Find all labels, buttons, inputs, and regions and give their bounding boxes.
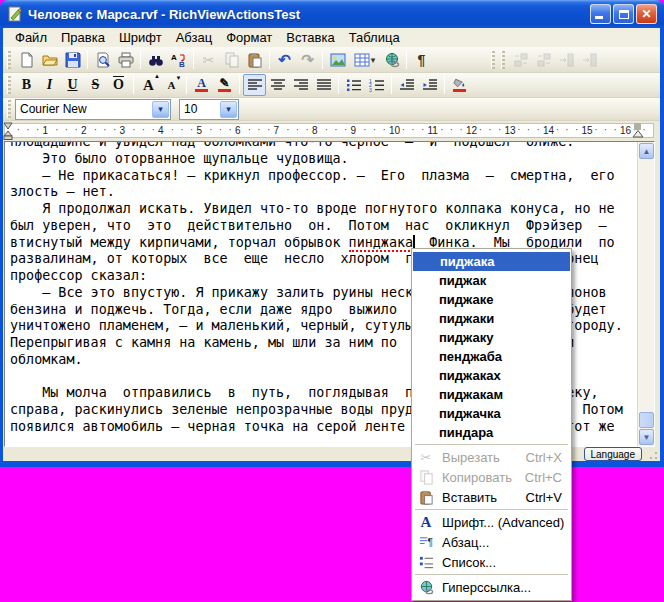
font-name-combo[interactable]: Courier New ▾	[15, 99, 171, 120]
title-bar[interactable]: Человек с Марса.rvf - RichViewActionsTes…	[0, 0, 664, 28]
align-right-button[interactable]	[289, 74, 312, 96]
menu-Файл[interactable]: Файл	[8, 29, 54, 46]
toolbar-grip[interactable]	[501, 51, 505, 69]
table-op-button-4[interactable]	[578, 49, 601, 71]
bold-button[interactable]: B	[15, 74, 38, 96]
table-op-button-3[interactable]	[555, 49, 578, 71]
font-size-combo[interactable]: 10 ▾	[179, 99, 239, 120]
show-formatting-button[interactable]: ¶	[410, 49, 433, 71]
new-document-button[interactable]	[15, 49, 38, 71]
replace-button[interactable]: AB	[167, 49, 190, 71]
menu-item-paragraph-dialog[interactable]: ¶Абзац...	[412, 532, 571, 552]
cut-button[interactable]: ✂	[197, 49, 220, 71]
paste-button[interactable]	[243, 49, 266, 71]
menu-item-hyperlink-dialog[interactable]: Гиперссылка...	[412, 577, 571, 597]
suggestion-пиджаку[interactable]: пиджаку	[412, 328, 571, 347]
find-button[interactable]	[144, 49, 167, 71]
align-center-button[interactable]	[266, 74, 289, 96]
toolbar-grip[interactable]	[7, 76, 11, 94]
suggestion-пиджак[interactable]: пиджак	[412, 271, 571, 290]
ruler-number: 2	[81, 125, 87, 136]
italic-icon: I	[47, 77, 52, 93]
menu-Шрифт[interactable]: Шрифт	[112, 29, 169, 46]
toolbar-grip[interactable]	[491, 51, 495, 69]
numbered-list-button[interactable]: 123	[365, 74, 388, 96]
pilcrow-icon: ¶	[418, 52, 426, 68]
grow-font-button[interactable]: A	[137, 74, 160, 96]
align-justify-button[interactable]	[312, 74, 335, 96]
ruler[interactable]: 1···2···3···4···5···6···7···8···9···10··…	[3, 121, 660, 141]
insert-hyperlink-button[interactable]	[380, 49, 403, 71]
menu-Формат[interactable]: Формат	[219, 29, 279, 46]
menu-item-copy[interactable]: КопироватьCtrl+C	[412, 467, 571, 487]
shrink-font-button[interactable]: A	[160, 74, 183, 96]
redo-button[interactable]: ↷	[296, 49, 319, 71]
align-left-button[interactable]	[243, 74, 266, 96]
separator	[269, 51, 270, 69]
suggestion-пиндара[interactable]: пиндара	[412, 423, 571, 442]
copy-button[interactable]	[220, 49, 243, 71]
svg-text:¶: ¶	[427, 537, 433, 548]
toolbar-grip[interactable]	[7, 51, 11, 69]
scroll-up-button[interactable]: ▲	[639, 143, 654, 159]
menu-item-font-dialog[interactable]: AШрифт... (Advanced)	[412, 512, 571, 532]
print-preview-button[interactable]	[91, 49, 114, 71]
spellcheck-context-menu: пиджакапиджакпиджакепиджакипиджакупенджа…	[411, 248, 572, 601]
menu-item-paste[interactable]: ВставитьCtrl+V	[412, 487, 571, 507]
menu-item-cut[interactable]: ✂ВырезатьCtrl+X	[412, 447, 571, 467]
menu-item-label: Шрифт... (Advanced)	[442, 515, 564, 530]
font-color-button[interactable]: A	[190, 74, 213, 96]
underline-button[interactable]: U	[61, 74, 84, 96]
scrollbar-thumb[interactable]	[639, 412, 654, 428]
vertical-scrollbar[interactable]: ▲ ▼	[637, 142, 654, 446]
arrow-up-icon: ▲	[643, 147, 651, 156]
align-justify-icon	[316, 77, 332, 93]
strikethrough-icon: S	[92, 77, 100, 93]
fill-color-button[interactable]	[448, 74, 471, 96]
open-button[interactable]	[38, 49, 61, 71]
highlight-pencil-icon: ✎	[218, 78, 231, 92]
overline-button[interactable]: O	[107, 74, 130, 96]
strikethrough-button[interactable]: S	[84, 74, 107, 96]
table-op-button-2[interactable]	[532, 49, 555, 71]
suggestion-пиджаке[interactable]: пиджаке	[412, 290, 571, 309]
print-button[interactable]	[114, 49, 137, 71]
ruler-number: 11	[428, 125, 438, 136]
close-button[interactable]: ✕	[636, 4, 657, 24]
menu-Таблица[interactable]: Таблица	[342, 29, 407, 46]
menu-item-list-dialog[interactable]: Список...	[412, 552, 571, 572]
suggestion-пиджачка[interactable]: пиджачка	[412, 404, 571, 423]
toolbar-grip[interactable]	[7, 100, 11, 118]
insert-image-button[interactable]	[326, 49, 349, 71]
font-color-icon: A	[195, 78, 208, 92]
chevron-down-icon[interactable]: ▾	[152, 101, 169, 118]
menu-Вставка[interactable]: Вставка	[279, 29, 341, 46]
copy-icon	[224, 52, 240, 68]
suggestion-пиджака[interactable]: пиджака	[413, 252, 570, 271]
increase-indent-button[interactable]	[418, 74, 441, 96]
minimize-button[interactable]	[590, 4, 611, 24]
insert-table-button[interactable]: ▾	[349, 49, 380, 71]
highlight-color-button[interactable]: ✎	[213, 74, 236, 96]
italic-button[interactable]: I	[38, 74, 61, 96]
undo-button[interactable]: ↶	[273, 49, 296, 71]
bullet-list-button[interactable]	[342, 74, 365, 96]
suggestion-пиджаках[interactable]: пиджаках	[412, 366, 571, 385]
menu-Правка[interactable]: Правка	[54, 29, 112, 46]
language-button[interactable]: Language	[584, 447, 643, 461]
menu-Абзац[interactable]: Абзац	[169, 29, 219, 46]
chevron-down-icon[interactable]: ▾	[220, 101, 237, 118]
ruler-tick: ·	[286, 124, 289, 135]
save-button[interactable]	[61, 49, 84, 71]
resize-grip[interactable]	[646, 448, 658, 460]
decrease-indent-button[interactable]	[395, 74, 418, 96]
suggestion-пиджакам[interactable]: пиджакам	[412, 385, 571, 404]
table-op-button-1[interactable]	[509, 49, 532, 71]
indent-marker-left[interactable]	[3, 122, 14, 140]
scroll-down-button[interactable]: ▼	[639, 429, 654, 445]
indent-marker-right[interactable]	[632, 123, 644, 139]
maximize-button[interactable]	[613, 4, 634, 24]
misspelled-word[interactable]: пинджака	[349, 235, 414, 252]
suggestion-пиджаки[interactable]: пиджаки	[412, 309, 571, 328]
suggestion-пенджаба[interactable]: пенджаба	[412, 347, 571, 366]
